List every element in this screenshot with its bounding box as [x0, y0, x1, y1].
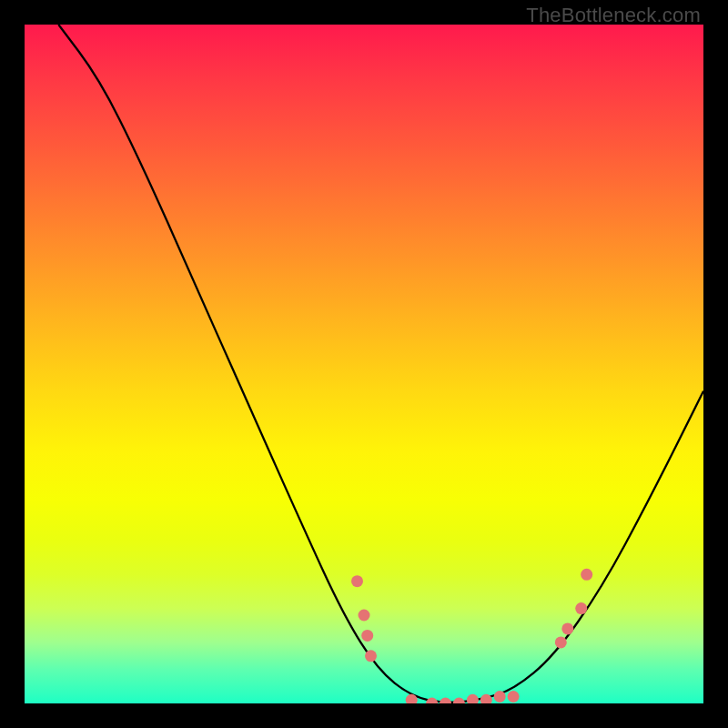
- data-dot: [575, 602, 587, 614]
- data-dot: [351, 575, 363, 587]
- data-dot: [555, 636, 567, 648]
- data-dot: [508, 691, 520, 703]
- data-dot: [494, 691, 506, 703]
- data-dot: [426, 698, 438, 704]
- data-dot: [561, 622, 573, 634]
- bottleneck-curve: [58, 25, 703, 703]
- data-dot: [365, 650, 377, 662]
- data-dot: [480, 694, 492, 703]
- plot-area: [25, 25, 703, 703]
- data-dot: [453, 698, 465, 704]
- watermark-label: TheBottleneck.com: [526, 4, 701, 27]
- data-dot: [467, 694, 479, 703]
- data-dot: [581, 569, 592, 581]
- data-dots-group: [351, 569, 592, 703]
- data-dot: [359, 610, 370, 622]
- curve-svg: [25, 25, 703, 703]
- data-dot: [361, 630, 373, 642]
- chart-frame: TheBottleneck.com: [0, 0, 728, 728]
- data-dot: [440, 698, 451, 704]
